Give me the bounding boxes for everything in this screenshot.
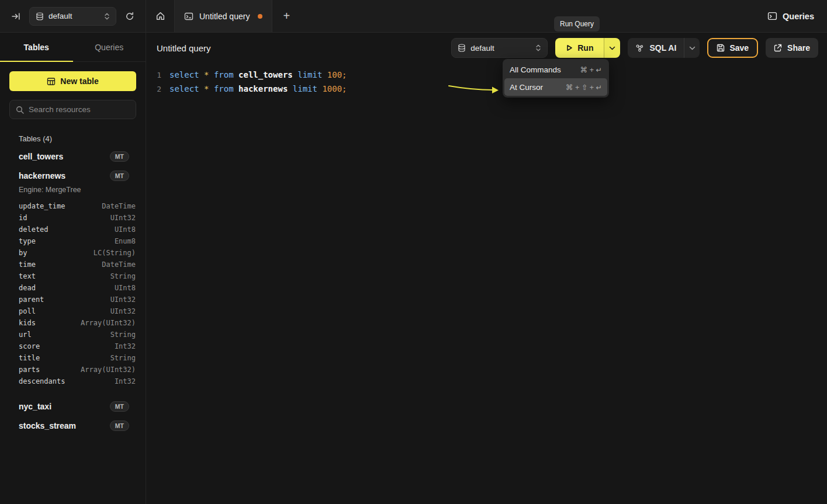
query-header-controls: default Run	[451, 38, 818, 58]
table-name: cell_towers	[19, 152, 63, 161]
queries-icon	[767, 11, 777, 21]
sql-token: ;	[342, 70, 347, 79]
column-row: deletedUInt8	[0, 224, 146, 235]
menu-item-shortcut: ⌘ + ↵	[580, 65, 602, 74]
run-button[interactable]: Run	[555, 38, 604, 58]
table-name: stocks_stream	[19, 421, 76, 430]
table-row[interactable]: stocks_streamMT	[0, 416, 146, 435]
table-name: hackernews	[19, 171, 65, 180]
tab-strip: Untitled query +	[146, 0, 300, 32]
column-type: LC(String)	[94, 249, 136, 257]
sql-ai-chevron[interactable]	[684, 38, 700, 58]
sidebar-tabs: Tables Queries	[0, 33, 146, 62]
new-table-button[interactable]: New table	[9, 71, 136, 91]
topbar-left-section: default	[0, 0, 146, 32]
sql-editor[interactable]: 1select * from cell_towers limit 100;2se…	[146, 63, 827, 96]
query-database-selector[interactable]: default	[451, 38, 548, 58]
sql-token: cell_towers	[238, 70, 293, 79]
engine-label: Engine: MergeTree	[0, 185, 146, 199]
columns-list: update_timeDateTimeidUInt32deletedUInt8t…	[0, 199, 146, 397]
search-box	[9, 100, 136, 119]
column-row: timeDateTime	[0, 259, 146, 270]
sql-token: select	[169, 84, 199, 93]
engine-badge: MT	[110, 401, 129, 412]
share-button[interactable]: Share	[766, 38, 818, 58]
column-row: idUInt32	[0, 212, 146, 224]
table-row[interactable]: cell_towersMT	[0, 147, 146, 166]
query-tab-icon	[184, 12, 193, 21]
sidebar-collapse-icon[interactable]	[8, 8, 24, 25]
column-row: parentUInt32	[0, 294, 146, 305]
query-header: Untitled query default	[146, 33, 827, 63]
sql-token: from	[214, 70, 234, 79]
code-line: 2select * from hackernews limit 1000;	[146, 82, 827, 96]
column-row: scoreInt32	[0, 340, 146, 352]
database-icon	[458, 44, 466, 52]
queries-button[interactable]: Queries	[767, 11, 814, 21]
column-type: String	[110, 354, 136, 362]
column-type: DateTime	[102, 202, 136, 210]
editor-lines: 1select * from cell_towers limit 100;2se…	[146, 68, 827, 96]
column-row: textString	[0, 270, 146, 282]
column-name: by	[19, 249, 27, 257]
column-name: poll	[19, 307, 36, 315]
refresh-icon[interactable]	[122, 8, 138, 25]
column-type: String	[110, 331, 136, 339]
sql-token	[199, 84, 204, 93]
code-line: 1select * from cell_towers limit 100;	[146, 68, 827, 82]
column-name: url	[19, 331, 32, 339]
sql-token	[322, 70, 327, 79]
menu-item-shortcut: ⌘ + ⇧ + ↵	[566, 83, 602, 92]
save-button[interactable]: Save	[707, 38, 758, 58]
sql-ai-button-label: SQL AI	[649, 43, 676, 53]
tab-label: Untitled query	[199, 12, 250, 21]
column-row: pollUInt32	[0, 305, 146, 317]
column-name: title	[19, 354, 40, 362]
home-icon[interactable]	[146, 0, 174, 32]
menu-item-label: At Cursor	[510, 83, 543, 92]
chevron-updown-icon	[535, 44, 541, 52]
engine-badge: MT	[110, 171, 129, 181]
column-name: update_time	[19, 202, 65, 210]
engine-badge: MT	[110, 151, 129, 162]
run-options-chevron[interactable]	[604, 38, 620, 58]
column-type: Int32	[115, 342, 136, 350]
sidebar-tab-queries[interactable]: Queries	[73, 33, 146, 61]
column-row: update_timeDateTime	[0, 200, 146, 212]
column-row: kidsArray(UInt32)	[0, 317, 146, 329]
database-icon	[36, 12, 44, 20]
column-type: UInt8	[115, 284, 136, 292]
column-name: time	[19, 260, 36, 269]
queries-button-label: Queries	[783, 12, 814, 21]
column-name: descendants	[19, 377, 65, 385]
engine-badge: MT	[110, 420, 129, 431]
unsaved-indicator-dot	[258, 14, 262, 19]
column-name: id	[19, 214, 27, 222]
column-name: deleted	[19, 225, 49, 234]
table-row[interactable]: hackernewsMT	[0, 166, 146, 185]
column-row: titleString	[0, 352, 146, 364]
tab-untitled-query[interactable]: Untitled query	[174, 0, 272, 32]
share-button-label: Share	[787, 43, 810, 53]
query-database-label: default	[470, 44, 494, 53]
sql-token: select	[169, 70, 199, 79]
top-bar: default Untitled query +	[0, 0, 827, 33]
run-menu-item[interactable]: All Commands⌘ + ↵	[504, 61, 607, 78]
sidebar-tab-tables[interactable]: Tables	[0, 33, 73, 61]
database-selector[interactable]: default	[29, 7, 116, 26]
run-menu-item[interactable]: At Cursor⌘ + ⇧ + ↵	[504, 78, 607, 96]
column-name: text	[19, 272, 36, 280]
query-title: Untitled query	[157, 43, 211, 53]
table-row[interactable]: nyc_taxiMT	[0, 397, 146, 416]
column-type: Int32	[115, 377, 136, 385]
new-tab-button[interactable]: +	[272, 0, 300, 32]
column-type: String	[110, 272, 136, 280]
sql-ai-button[interactable]: SQL AI	[628, 38, 684, 58]
sql-token: hackernews	[238, 84, 288, 93]
search-input[interactable]	[29, 105, 132, 114]
sql-token	[234, 84, 238, 93]
column-name: dead	[19, 284, 36, 292]
sidebar: Tables Queries New table Tables (4) cell…	[0, 33, 146, 504]
sql-token: limit	[297, 70, 322, 79]
column-name: parent	[19, 296, 44, 304]
